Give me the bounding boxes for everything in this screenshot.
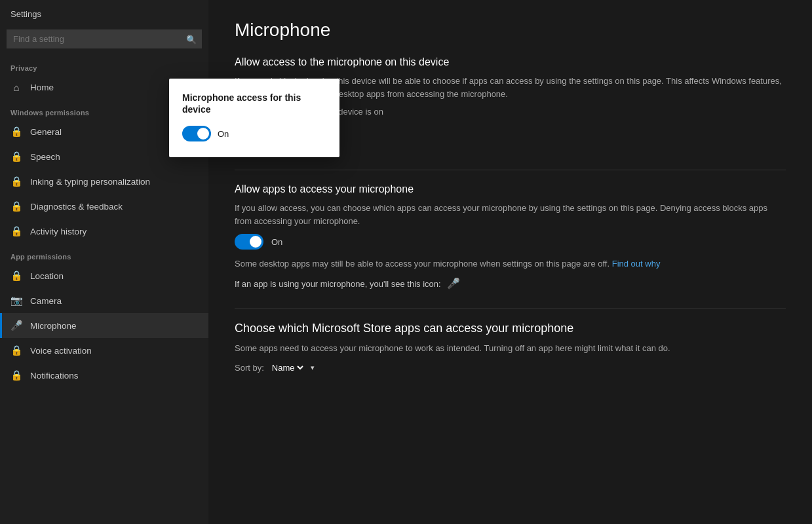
sidebar-item-activity[interactable]: 🔒 Activity history [0,219,208,244]
divider-2 [235,308,786,309]
divider-1 [235,170,786,170]
section3-heading: Choose which Microsoft Store apps can ac… [235,322,786,335]
sidebar-item-diagnostics-label: Diagnostics & feedback [30,202,123,212]
camera-icon: 📷 [10,295,22,307]
sidebar-item-notifications-label: Notifications [30,371,79,381]
sort-label: Sort by: [235,363,264,373]
search-input[interactable] [7,29,202,48]
sidebar-item-microphone[interactable]: 🎤 Microphone [0,313,208,338]
lock-icon-notifications: 🔒 [10,369,22,381]
sort-select[interactable]: Name [269,362,305,373]
sidebar-item-voice-label: Voice activation [30,346,92,356]
lock-icon-diagnostics: 🔒 [10,200,22,212]
privacy-section-label: Privacy [0,55,208,75]
sidebar-item-voice[interactable]: 🔒 Voice activation [0,338,208,363]
microphone-icon-sidebar: 🎤 [10,320,22,331]
section1-heading: Allow access to the microphone on this d… [235,56,786,68]
sidebar-item-speech-label: Speech [30,152,60,162]
popup-toggle[interactable] [182,126,211,141]
sidebar-item-location[interactable]: 🔒 Location [0,263,208,288]
sidebar-item-inking-label: Inking & typing personalization [30,177,150,187]
popup-toggle-label: On [218,129,229,139]
desktop-apps-note: Some desktop apps may still be able to a… [235,257,786,271]
sidebar-item-notifications[interactable]: 🔒 Notifications [0,363,208,388]
home-icon: ⌂ [10,81,22,93]
apps-toggle-label: On [271,237,282,247]
popup-toggle-row: On [182,126,326,141]
lock-icon-location: 🔒 [10,270,22,282]
lock-icon-inking: 🔒 [10,176,22,187]
sidebar-item-microphone-label: Microphone [30,321,77,331]
sidebar-item-inking[interactable]: 🔒 Inking & typing personalization [0,169,208,194]
apps-toggle-row: On [235,234,786,250]
app-permissions-section-label: App permissions [0,244,208,263]
icon-note: If an app is using your microphone, you'… [235,277,786,290]
search-icon: 🔍 [186,34,197,44]
sort-row: Sort by: Name ▾ [235,362,786,373]
sidebar-item-general-label: General [30,127,62,137]
microphone-access-popup: Microphone access for this device On [169,79,339,157]
search-box: 🔍 [7,29,202,48]
microphone-icon-inline: 🎤 [447,278,460,289]
find-out-why-link[interactable]: Find out why [612,259,661,269]
sidebar-item-camera-label: Camera [30,296,62,306]
apps-toggle[interactable] [235,234,263,250]
sidebar-item-activity-label: Activity history [30,227,87,236]
section3-desc: Some apps need to access your microphone… [235,342,786,355]
sidebar-item-camera[interactable]: 📷 Camera [0,288,208,313]
app-title: Settings [0,0,208,26]
lock-icon-general: 🔒 [10,126,22,138]
lock-icon-speech: 🔒 [10,151,22,162]
sidebar-item-diagnostics[interactable]: 🔒 Diagnostics & feedback [0,194,208,219]
lock-icon-activity: 🔒 [10,225,22,237]
section2-desc: If you allow access, you can choose whic… [235,202,786,227]
sidebar-item-home-label: Home [30,83,54,92]
section2-heading: Allow apps to access your microphone [235,183,786,195]
lock-icon-voice: 🔒 [10,345,22,356]
popup-title: Microphone access for this device [182,92,326,115]
sidebar-item-location-label: Location [30,271,64,281]
icon-note-text: If an app is using your microphone, you'… [235,279,441,289]
desktop-apps-note-text: Some desktop apps may still be able to a… [235,259,609,269]
chevron-down-icon: ▾ [311,364,315,372]
page-title: Microphone [235,20,786,41]
